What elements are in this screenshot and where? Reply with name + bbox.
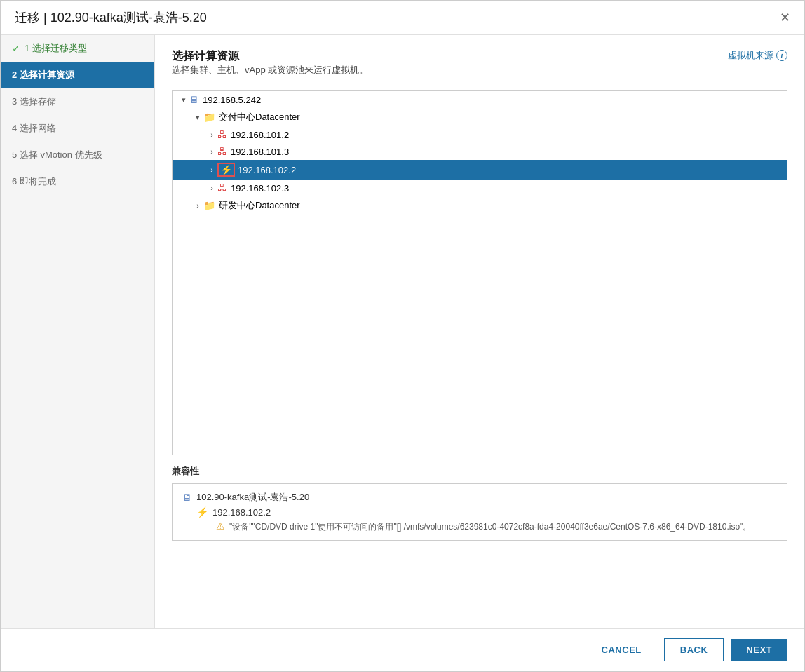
compat-panel: 🖥 102.90-kafka测试-袁浩-5.20 ⚡ 192.168.102.2… xyxy=(172,483,787,541)
datacenter2-icon: 📁 xyxy=(203,200,215,211)
section-title-block: 选择计算资源 选择集群、主机、vApp 或资源池来运行虚拟机。 xyxy=(172,49,368,86)
compat-host-label: 192.168.102.2 xyxy=(212,507,271,518)
tree-item-datacenter1[interactable]: ▾ 📁 交付中心Datacenter xyxy=(172,108,787,126)
tree-item-host1[interactable]: › 🖧 192.168.101.2 xyxy=(172,126,787,143)
host2-label: 192.168.101.3 xyxy=(231,147,289,157)
host4-label: 192.168.102.3 xyxy=(231,183,289,194)
toggle-host1[interactable]: › xyxy=(206,130,217,139)
dialog-header: 迁移 | 102.90-kafka测试-袁浩-5.20 ✕ xyxy=(1,1,804,35)
info-icon[interactable]: i xyxy=(776,50,787,61)
sidebar-step1-label: 1 选择迁移类型 xyxy=(25,42,87,55)
compat-warning-msg: "设备""CD/DVD drive 1"使用不可访问的备用"[] /vmfs/v… xyxy=(229,520,751,533)
dialog-body: ✓ 1 选择迁移类型 2 选择计算资源 3 选择存储 4 选择网络 5 选择 v… xyxy=(1,35,804,628)
datacenter-icon: 🖥 xyxy=(189,94,199,105)
datacenter1-icon: 📁 xyxy=(203,112,215,123)
sidebar-item-step5[interactable]: 5 选择 vMotion 优先级 xyxy=(1,142,154,168)
compat-label: 兼容性 xyxy=(172,465,787,478)
migrate-dialog: 迁移 | 102.90-kafka测试-袁浩-5.20 ✕ ✓ 1 选择迁移类型… xyxy=(0,0,805,672)
toggle-root[interactable]: ▾ xyxy=(178,95,189,105)
datacenter1-label: 交付中心Datacenter xyxy=(219,111,300,123)
compat-warning-row: ⚠ "设备""CD/DVD drive 1"使用不可访问的备用"[] /vmfs… xyxy=(201,520,777,533)
host4-icon: 🖧 xyxy=(217,182,227,194)
toggle-datacenter2[interactable]: › xyxy=(192,201,203,210)
selected-host-box: ⚡ xyxy=(217,163,235,177)
sidebar-step4-label: 4 选择网络 xyxy=(12,122,56,135)
back-button[interactable]: BACK xyxy=(664,638,724,661)
sidebar-item-step1[interactable]: ✓ 1 选择迁移类型 xyxy=(1,35,154,62)
compat-vm-row: 🖥 102.90-kafka测试-袁浩-5.20 xyxy=(182,491,777,504)
tree-item-host2[interactable]: › 🖧 192.168.101.3 xyxy=(172,143,787,160)
dialog-footer: CANCEL BACK NEXT xyxy=(1,628,804,671)
sidebar-item-step2[interactable]: 2 选择计算资源 xyxy=(1,62,154,88)
warning-icon: ⚠ xyxy=(216,520,225,532)
host1-label: 192.168.101.2 xyxy=(231,130,289,140)
compat-vm-label: 102.90-kafka测试-袁浩-5.20 xyxy=(196,491,309,504)
section-title: 选择计算资源 xyxy=(172,49,368,64)
vm-source-link[interactable]: 虚拟机来源 i xyxy=(728,49,787,62)
root-label: 192.168.5.242 xyxy=(203,95,261,105)
compatibility-section: 兼容性 🖥 102.90-kafka测试-袁浩-5.20 ⚡ 192.168.1… xyxy=(172,465,787,541)
sidebar-step6-label: 6 即将完成 xyxy=(12,175,56,188)
sidebar-step2-label: 2 选择计算资源 xyxy=(12,69,74,81)
check-icon: ✓ xyxy=(12,43,20,54)
sidebar-item-step6[interactable]: 6 即将完成 xyxy=(1,168,154,195)
toggle-datacenter1[interactable]: ▾ xyxy=(192,113,203,122)
tree-item-host4[interactable]: › 🖧 192.168.102.3 xyxy=(172,180,787,196)
dialog-title: 迁移 | 102.90-kafka测试-袁浩-5.20 xyxy=(15,9,207,26)
datacenter2-label: 研发中心Datacenter xyxy=(219,199,300,212)
host3-icon: ⚡ xyxy=(220,164,232,175)
sidebar-item-step3[interactable]: 3 选择存储 xyxy=(1,88,154,115)
main-content: 选择计算资源 选择集群、主机、vApp 或资源池来运行虚拟机。 虚拟机来源 i … xyxy=(155,35,804,628)
resource-tree-panel[interactable]: ▾ 🖥 192.168.5.242 ▾ 📁 交付中心Datacenter › xyxy=(172,90,787,455)
sidebar-step5-label: 5 选择 vMotion 优先级 xyxy=(12,149,102,161)
cancel-button[interactable]: CANCEL xyxy=(586,639,657,661)
sidebar-step3-label: 3 选择存储 xyxy=(12,95,56,108)
tree-item-datacenter2[interactable]: › 📁 研发中心Datacenter xyxy=(172,196,787,215)
host3-label: 192.168.102.2 xyxy=(238,165,296,175)
compat-host-row: ⚡ 192.168.102.2 xyxy=(196,506,777,518)
host2-icon: 🖧 xyxy=(217,146,227,157)
sidebar-item-step4[interactable]: 4 选择网络 xyxy=(1,115,154,142)
compat-host-icon: ⚡ xyxy=(196,506,208,518)
next-button[interactable]: NEXT xyxy=(731,639,787,661)
tree-item-root[interactable]: ▾ 🖥 192.168.5.242 xyxy=(172,91,787,108)
toggle-host3[interactable]: › xyxy=(206,166,217,174)
toggle-host4[interactable]: › xyxy=(206,184,217,192)
section-header: 选择计算资源 选择集群、主机、vApp 或资源池来运行虚拟机。 虚拟机来源 i xyxy=(172,49,787,86)
tree-item-host3[interactable]: › ⚡ 192.168.102.2 xyxy=(172,160,787,180)
toggle-host2[interactable]: › xyxy=(206,147,217,156)
close-button[interactable]: ✕ xyxy=(780,11,790,24)
vm-source-link-text: 虚拟机来源 xyxy=(728,49,773,62)
section-desc: 选择集群、主机、vApp 或资源池来运行虚拟机。 xyxy=(172,64,368,76)
vm-icon: 🖥 xyxy=(182,492,192,503)
sidebar: ✓ 1 选择迁移类型 2 选择计算资源 3 选择存储 4 选择网络 5 选择 v… xyxy=(1,35,155,628)
host1-icon: 🖧 xyxy=(217,129,227,140)
